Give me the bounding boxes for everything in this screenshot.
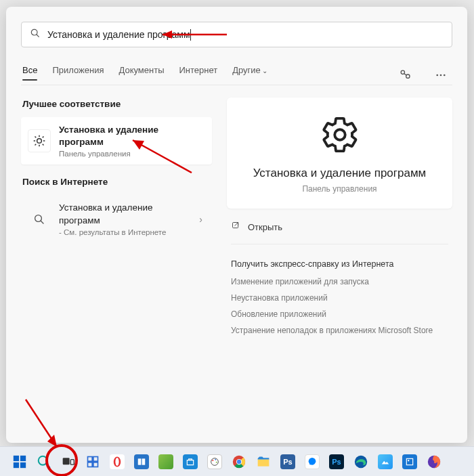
svg-line-9 [41,221,43,223]
search-bar[interactable]: Установка и удаление программ [21,22,452,47]
tab-all[interactable]: Все [22,65,37,85]
svg-point-32 [216,461,217,462]
svg-point-37 [237,459,241,463]
taskbar-search-button[interactable] [34,452,54,472]
help-link-1[interactable]: Изменение приложений для запуска [231,277,448,286]
result-title: Установка и удаление программ [59,124,205,148]
help-link-3[interactable]: Обновление приложений [231,309,448,319]
svg-point-29 [211,458,219,465]
app-notepadpp[interactable] [156,452,176,472]
svg-rect-38 [258,459,270,466]
svg-point-7 [444,74,446,76]
open-action[interactable]: Открыть [231,221,448,233]
svg-point-10 [335,129,345,139]
svg-point-30 [212,460,213,461]
app-messenger[interactable] [302,452,322,472]
svg-point-5 [436,74,438,76]
svg-rect-28 [142,458,146,464]
detail-card: Установка и удаление программ Панель упр… [227,98,452,209]
search-icon [30,28,41,41]
svg-line-1 [37,35,39,37]
app-paint[interactable] [204,452,225,472]
svg-rect-24 [93,462,98,467]
open-icon [231,221,241,233]
divider [231,244,448,244]
best-match-header: Лучшее соответствие [22,99,212,109]
tab-internet[interactable]: Интернет [179,65,217,85]
widgets-button[interactable] [83,452,103,472]
gear-icon [28,129,51,152]
text-caret [190,29,191,41]
app-photos[interactable] [375,452,395,472]
result-subtitle: Панель управления [59,150,205,158]
help-link-4[interactable]: Устранение неполадок в приложениях Micro… [231,326,448,335]
svg-point-42 [408,460,409,461]
app-edge[interactable] [351,452,371,472]
open-label: Открыть [248,222,282,232]
related-apps-icon[interactable] [395,68,416,82]
detail-title: Установка и удаление программ [253,167,427,180]
search-icon [28,208,51,231]
web-search-header: Поиск в Интернете [22,177,212,187]
app-ps1[interactable]: Ps [278,452,298,472]
svg-point-3 [406,74,410,78]
svg-rect-21 [88,456,93,461]
svg-point-6 [440,74,442,76]
app-explorer[interactable] [253,452,274,472]
svg-rect-41 [406,458,412,464]
app-photos2[interactable] [400,452,420,472]
svg-rect-19 [63,458,70,464]
svg-rect-23 [88,462,93,467]
tab-documents[interactable]: Документы [118,65,164,85]
svg-line-4 [404,73,406,74]
app-opera[interactable] [107,452,127,472]
tab-more[interactable]: Другие⌄ [232,65,267,85]
more-options-icon[interactable] [431,69,451,81]
chevron-right-icon: › [199,214,205,225]
detail-subtitle: Панель управления [302,184,376,194]
taskbar: Ps Ps [0,446,474,476]
result-best-match[interactable]: Установка и удаление программ Панель упр… [21,117,212,165]
app-chrome[interactable] [229,452,249,472]
start-search-panel: Установка и удаление программ Все Прилож… [6,7,467,443]
svg-point-2 [401,70,404,74]
svg-rect-14 [20,455,26,460]
svg-line-12 [235,223,238,226]
app-ps2[interactable]: Ps [326,452,347,472]
search-input-text[interactable]: Установка и удаление программ [47,29,190,40]
svg-rect-20 [70,459,74,464]
svg-rect-22 [93,456,98,461]
result-subtitle: - См. результаты в Интернете [59,228,191,236]
svg-line-18 [46,464,49,467]
start-button[interactable] [9,452,30,472]
result-web-search[interactable]: Установка и удаление программ - См. резу… [21,195,212,242]
svg-rect-27 [138,458,142,464]
app-firefox[interactable] [424,452,444,472]
app-totalcmd[interactable] [131,452,152,472]
tab-apps[interactable]: Приложения [52,65,104,85]
svg-rect-15 [14,462,19,467]
app-store[interactable] [180,452,200,472]
svg-point-26 [115,458,118,466]
svg-rect-16 [20,462,26,467]
task-view-button[interactable] [58,452,79,472]
help-header: Получить экспресс-справку из Интернета [231,259,448,269]
result-title: Установка и удаление программ [59,202,191,226]
tabs-row: Все Приложения Документы Интернет Другие… [21,65,452,85]
help-link-2[interactable]: Неустановка приложений [231,293,448,303]
svg-rect-13 [14,455,19,460]
svg-point-31 [215,458,216,460]
gear-icon-large [320,115,360,157]
